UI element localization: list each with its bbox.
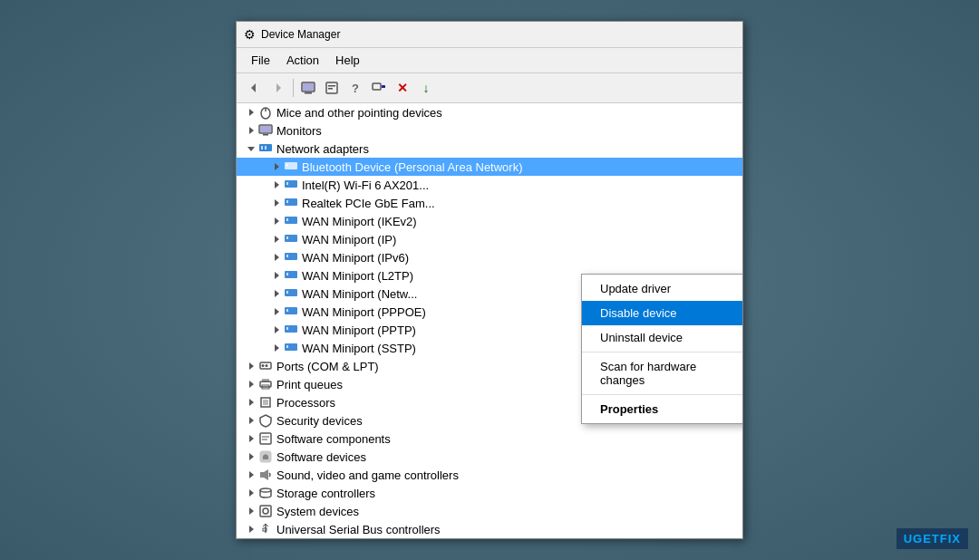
svg-rect-77 <box>260 506 271 517</box>
tree-item-mice[interactable]: Mice and other pointing devices <box>237 103 742 121</box>
tree-item-wan_ipv6[interactable]: WAN Miniport (IPv6) <box>237 248 742 266</box>
tree-item-sound[interactable]: Sound, video and game controllers <box>237 466 742 484</box>
context-menu-item-scan-hardware[interactable]: Scan for hardware changes <box>582 354 742 392</box>
svg-marker-54 <box>249 362 254 370</box>
menu-file[interactable]: File <box>244 51 277 70</box>
svg-marker-17 <box>247 147 255 151</box>
tree-item-bluetooth[interactable]: Bluetooth Device (Personal Area Network) <box>237 158 742 176</box>
svg-marker-33 <box>275 236 279 243</box>
context-menu-item-uninstall-device[interactable]: Uninstall device <box>582 325 742 350</box>
forward-button[interactable] <box>267 77 289 99</box>
device-manager-window: ⚙ Device Manager File Action Help ? ✕ ↓ … <box>236 21 743 539</box>
tree-chevron[interactable] <box>244 395 258 410</box>
device-tree[interactable]: Mice and other pointing devicesMonitorsN… <box>237 103 742 538</box>
svg-rect-19 <box>261 146 263 150</box>
tree-label-storage: Storage controllers <box>276 487 375 500</box>
context-menu-item-update-driver[interactable]: Update driver <box>582 276 742 301</box>
svg-marker-45 <box>275 308 279 315</box>
tree-item-system[interactable]: System devices <box>237 502 742 520</box>
printer-icon <box>258 377 273 391</box>
tree-chevron[interactable] <box>244 522 258 536</box>
tree-label-processors: Processors <box>276 396 335 410</box>
tree-chevron[interactable] <box>269 304 284 319</box>
tree-chevron[interactable] <box>244 431 258 446</box>
tree-item-wifi[interactable]: Intel(R) Wi-Fi 6 AX201... <box>237 176 742 194</box>
tree-label-wifi: Intel(R) Wi-Fi 6 AX201... <box>302 179 429 192</box>
tree-chevron[interactable] <box>244 486 258 500</box>
svg-marker-79 <box>249 526 254 533</box>
tree-label-wan_net: WAN Miniport (Netw... <box>302 287 417 301</box>
update-button[interactable]: ↓ <box>415 77 437 99</box>
tree-chevron[interactable] <box>244 449 258 464</box>
svg-rect-67 <box>260 433 271 444</box>
menu-action[interactable]: Action <box>279 51 326 70</box>
adapter-icon <box>284 268 298 283</box>
tree-item-storage[interactable]: Storage controllers <box>237 484 742 502</box>
tree-label-mice: Mice and other pointing devices <box>276 106 442 120</box>
network-icon <box>258 141 273 156</box>
tree-label-usb: Universal Serial Bus controllers <box>276 523 441 536</box>
svg-marker-42 <box>275 290 279 297</box>
tree-chevron[interactable] <box>244 413 258 428</box>
svg-marker-74 <box>249 489 254 497</box>
tree-label-security: Security devices <box>276 414 363 428</box>
svg-rect-29 <box>286 200 288 203</box>
tree-chevron[interactable] <box>244 359 258 373</box>
uninstall-button[interactable]: ✕ <box>392 77 413 99</box>
svg-marker-39 <box>275 272 279 279</box>
context-menu-item-disable-device[interactable]: Disable device★ <box>582 301 742 325</box>
svg-marker-72 <box>249 471 254 478</box>
tree-item-software_comp[interactable]: Software components <box>237 430 742 448</box>
svg-rect-4 <box>303 83 314 91</box>
tree-chevron[interactable] <box>244 123 258 138</box>
tree-chevron[interactable] <box>244 468 258 482</box>
svg-point-75 <box>260 488 271 492</box>
svg-point-56 <box>262 364 265 367</box>
tree-chevron[interactable] <box>269 323 284 337</box>
adapter-icon <box>284 304 298 319</box>
svg-point-78 <box>263 508 268 514</box>
svg-marker-13 <box>249 127 254 134</box>
tree-chevron[interactable] <box>244 504 258 518</box>
svg-rect-7 <box>328 88 333 90</box>
svg-point-57 <box>266 364 268 367</box>
svg-marker-70 <box>249 453 254 460</box>
tree-item-software_dev[interactable]: Software devices <box>237 448 742 466</box>
properties-button[interactable] <box>321 77 343 99</box>
svg-rect-15 <box>263 134 268 136</box>
tree-chevron[interactable] <box>269 232 284 246</box>
tree-chevron[interactable] <box>269 196 284 210</box>
tree-item-wan_ikev2[interactable]: WAN Miniport (IKEv2) <box>237 212 742 230</box>
tree-label-wan_l2tp: WAN Miniport (L2TP) <box>302 269 413 283</box>
svg-rect-73 <box>260 472 264 478</box>
tree-item-realtek[interactable]: Realtek PCIe GbE Fam... <box>237 194 742 212</box>
help-button[interactable]: ? <box>344 77 366 99</box>
context-menu-item-properties[interactable]: Properties <box>582 397 742 421</box>
back-button[interactable] <box>244 77 266 99</box>
tree-item-monitors[interactable]: Monitors <box>237 121 742 140</box>
tree-item-wan_ip[interactable]: WAN Miniport (IP) <box>237 230 742 248</box>
computer-button[interactable] <box>297 77 319 99</box>
port-icon <box>258 359 273 373</box>
usb-icon <box>258 522 273 536</box>
network-button[interactable] <box>368 77 390 99</box>
tree-item-network[interactable]: Network adapters <box>237 140 742 158</box>
tree-chevron[interactable] <box>269 214 284 228</box>
tree-item-usb[interactable]: Universal Serial Bus controllers <box>237 520 742 538</box>
tree-chevron[interactable] <box>269 341 284 355</box>
tree-chevron[interactable] <box>269 286 284 301</box>
svg-rect-35 <box>286 237 288 239</box>
tree-chevron[interactable] <box>244 105 258 120</box>
tree-chevron[interactable] <box>244 141 258 156</box>
adapter-icon <box>284 214 298 228</box>
toolbar-separator-1 <box>293 79 294 97</box>
tree-chevron[interactable] <box>269 178 284 192</box>
tree-chevron[interactable] <box>269 268 284 283</box>
tree-chevron[interactable] <box>269 250 284 265</box>
tree-chevron[interactable] <box>269 159 284 174</box>
menu-help[interactable]: Help <box>328 51 367 70</box>
tree-chevron[interactable] <box>244 377 258 391</box>
adapter-icon <box>284 196 298 210</box>
svg-marker-58 <box>249 381 254 388</box>
svg-rect-38 <box>286 255 288 257</box>
